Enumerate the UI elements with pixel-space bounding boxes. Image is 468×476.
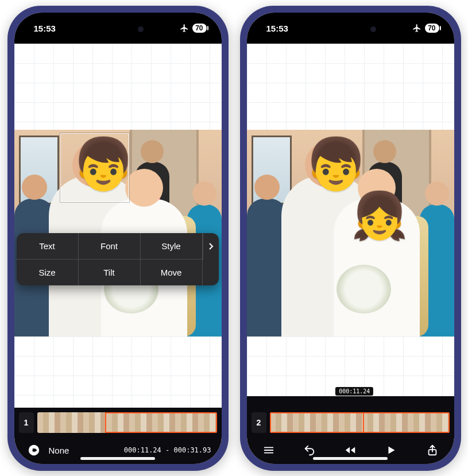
bottom-panel: 000:11.24 2 — [247, 396, 454, 464]
editor-canvas[interactable]: 👦 👧 — [247, 44, 454, 396]
battery-indicator: 70 — [192, 24, 206, 33]
clock: 15:53 — [34, 24, 56, 33]
menu-text[interactable]: Text — [17, 233, 79, 260]
timeline[interactable]: 000:11.24 2 — [247, 400, 454, 436]
menu-style[interactable]: Style — [141, 233, 203, 260]
editor-canvas[interactable]: 👦 Text Font Style Size Tilt Move — [14, 44, 222, 408]
screen: 15:53 70 👦 👧 — [247, 13, 454, 464]
home-indicator[interactable] — [80, 457, 155, 460]
menu-more[interactable] — [203, 233, 219, 260]
playhead[interactable] — [363, 412, 364, 433]
airplane-mode-icon — [180, 24, 189, 33]
time-range: 000:11.24 - 000:31.93 — [124, 446, 211, 454]
phone-right: 15:53 70 👦 👧 — [240, 6, 461, 471]
phone-left: 15:53 70 👦 — [7, 6, 229, 471]
clip-index[interactable]: 1 — [19, 412, 34, 433]
effect-button[interactable] — [25, 441, 43, 459]
clock: 15:53 — [266, 24, 288, 33]
emoji-overlay-boy[interactable]: 👦 — [304, 139, 368, 189]
clip-index[interactable]: 2 — [252, 412, 266, 433]
dynamic-island — [319, 21, 382, 38]
airplane-mode-icon — [412, 24, 421, 33]
filmstrip[interactable] — [37, 412, 217, 433]
filmstrip[interactable] — [270, 412, 450, 433]
playhead-time: 000:11.24 — [335, 387, 373, 396]
menu-font[interactable]: Font — [79, 233, 141, 260]
menu-size[interactable]: Size — [17, 260, 79, 285]
dynamic-island — [86, 21, 149, 38]
timeline[interactable]: 1 — [14, 411, 222, 436]
screen: 15:53 70 👦 — [14, 13, 222, 464]
menu-tilt[interactable]: Tilt — [79, 260, 141, 285]
bottom-panel: 1 None 000:11.24 - 000:31.93 — [14, 408, 222, 464]
video-frame[interactable]: 👦 👧 — [247, 130, 454, 336]
emoji-overlay-girl[interactable]: 👧 — [351, 193, 408, 239]
battery-indicator: 70 — [425, 24, 439, 33]
share-button[interactable] — [423, 441, 442, 459]
context-menu: Text Font Style Size Tilt Move — [17, 233, 219, 285]
menu-button[interactable] — [260, 441, 278, 459]
menu-move[interactable]: Move — [141, 260, 203, 285]
effect-label[interactable]: None — [49, 446, 69, 455]
home-indicator[interactable] — [313, 457, 388, 460]
